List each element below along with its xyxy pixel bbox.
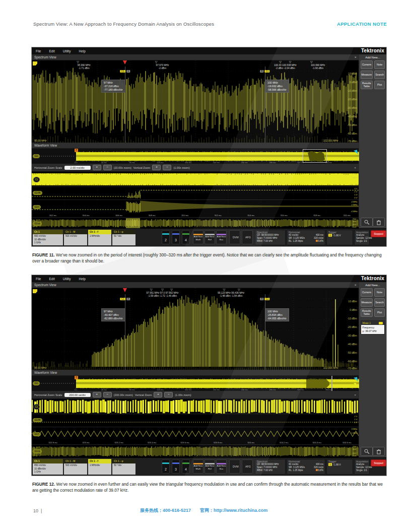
c1-phase-trace[interactable]: C1 φ 200 ° 100 ° -100 ° -200 ° [32, 445, 359, 458]
acquisition-settings-panel[interactable]: Acquisition Analyze Sample: 12 bits Sing… [354, 459, 370, 475]
vzoom-minus-button[interactable]: − [163, 165, 171, 170]
hzoom-plus-button[interactable]: + [93, 392, 101, 397]
channel-1f-badge[interactable]: Ch 1 - f 1 MHz/div [88, 230, 111, 245]
scale-label: 4 MHz [351, 201, 357, 203]
add-new-math-button[interactable]: Add New Math [193, 230, 203, 244]
menu-file[interactable]: File [36, 49, 41, 53]
vzoom-label: Vertical Zoom [133, 166, 151, 169]
channel-1-badge[interactable]: Ch 1 650 mV/div10 dBm/div1 GHz [33, 230, 63, 245]
channel-1phi-badge[interactable]: Ch 1 - φ 50 °/div [112, 230, 135, 245]
vzoom-minus-button[interactable]: − [164, 392, 173, 397]
zoomed-c1-trace[interactable]: C1 650 mV [32, 399, 359, 414]
time-tick: 40 ms [101, 388, 107, 391]
waveform-overview[interactable]: T C1 0 s 40 ms 80 ms 120 ms 160 ms 200 m… [32, 149, 359, 164]
hzoom-minus-button[interactable]: − [103, 165, 112, 170]
dvm-button[interactable]: DVM [229, 459, 240, 474]
menu-utility[interactable]: Utility [63, 277, 71, 281]
zoom-tool-button[interactable] [361, 447, 373, 456]
horizontal-settings-panel[interactable]: Horizontal 40 ms/div400 ms SR: 3.125 MS/… [287, 230, 325, 245]
cursor-a-line[interactable] [125, 294, 125, 370]
add-new-ref-button[interactable]: Add New Ref [204, 230, 215, 244]
vzoom-plus-button[interactable]: + [154, 392, 162, 397]
zoom-tool-button[interactable] [361, 218, 373, 227]
channel-1phi-badge[interactable]: Ch 1 - φ 50 °/div [112, 459, 135, 475]
peak-marker-label: 100.990 MHz-1.93 dBm [311, 64, 325, 70]
trigger-settings-panel[interactable]: Trigger 1/ 1.66 V [326, 230, 353, 245]
plot-button[interactable]: Plot [374, 81, 385, 89]
cursor-b-line[interactable] [265, 294, 265, 370]
afg-button[interactable]: AFG [242, 230, 253, 244]
spectrum-settings-panel[interactable]: Spectrum CF: 98.5000000 MHz Span: 7.0000… [255, 459, 286, 475]
menu-help[interactable]: Help [79, 49, 86, 53]
menu-utility[interactable]: Utility [63, 49, 71, 53]
results-table-button[interactable]: Results Table [361, 308, 373, 317]
horizontal-settings-panel[interactable]: Horizontal 40 ms/div400 ms SR: 3.125 MS/… [287, 459, 325, 475]
stopped-button[interactable]: Stopped [371, 230, 386, 237]
channel-2-button[interactable]: 2 [162, 459, 170, 474]
c1-magnitude-trace[interactable]: C1 M 3 V 2 V 1 V 0 V [32, 187, 359, 200]
stopped-button[interactable]: Stopped [371, 459, 386, 467]
channel-2-button[interactable]: 2 [162, 230, 170, 244]
website-link[interactable]: 官网：http://www.rituchina.com [200, 508, 267, 513]
spectrum-plot[interactable]: ▽ ▽ ▽ ▽ ▽ 95.990 MHz-1.71 dBm 97.670 MHz… [32, 60, 359, 143]
measure-button[interactable]: Measure [361, 298, 373, 307]
plot-button[interactable]: Plot [374, 308, 385, 317]
afg-button[interactable]: AFG [242, 459, 253, 474]
hzoom-plus-button[interactable]: + [93, 165, 101, 170]
channel-3-button[interactable]: 3 [172, 230, 180, 244]
cursor-b-line[interactable] [265, 66, 265, 143]
hzoom-scale-value[interactable]: 2.00 ms/div [64, 166, 91, 170]
scope-menu-bar: File Edit Utility Help Tektronix [32, 47, 386, 54]
search-button[interactable]: Search [374, 298, 385, 307]
close-icon[interactable]: × [355, 54, 357, 60]
search-button[interactable]: Search [374, 71, 385, 79]
hzoom-scale-value[interactable]: 200.00 us/div [64, 393, 91, 397]
measure-button[interactable]: Measure [361, 71, 373, 79]
channel-3-button[interactable]: 3 [172, 459, 180, 474]
time-label: 324.6 ms [342, 441, 352, 444]
channel-1f-badge[interactable]: Ch 1 - f 1 MHz/div [88, 459, 111, 475]
add-new-bus-button[interactable]: Add New Bus [216, 230, 227, 244]
channel-1m-badge[interactable]: Ch 1 - M 500 mV/div [64, 459, 87, 475]
waveform-overview[interactable]: T C1 0 s 40 ms 80 ms 120 ms 160 ms 200 m… [32, 376, 359, 391]
add-new-bus-button[interactable]: Add New Bus [216, 459, 227, 474]
c1-magnitude-trace[interactable]: C1 M 2 V 1 V 0 V [32, 414, 359, 427]
menu-edit[interactable]: Edit [49, 277, 54, 281]
note-button[interactable]: Note [374, 288, 385, 297]
spectrum-plot[interactable]: ▽ ▽ ▽ ▽ ▽ 97.561 MHz 97.0 97.992 MHz-1.5… [32, 288, 359, 370]
spectrum-settings-panel[interactable]: Spectrum CF: 98.5000000 MHz Span: 7.0000… [255, 230, 286, 245]
close-icon[interactable]: × [355, 282, 357, 288]
close-zoom-icon[interactable]: × [354, 393, 356, 396]
cursors-button[interactable]: Cursors [361, 288, 373, 297]
c1-frequency-trace[interactable]: C1 f 3 MHz 1 MHz 322.8 ms 323 ms 323.2 m… [32, 427, 359, 445]
channel-4-button[interactable]: 4 [182, 230, 190, 244]
menu-edit[interactable]: Edit [49, 49, 54, 53]
results-table-button[interactable]: Results Table [361, 81, 373, 89]
cursor-a-line[interactable] [125, 66, 125, 143]
add-new-ref-button[interactable]: Add New Ref [204, 459, 215, 474]
c1-frequency-trace[interactable]: C1 f 4 MHz 2 MHz -4 MHz 302 ms 304 ms 30… [32, 200, 359, 218]
menu-help[interactable]: Help [79, 277, 86, 281]
channel-1-badge[interactable]: Ch 1 650 mV/div10 dBm/div1 GHz [33, 459, 63, 475]
dvm-button[interactable]: DVM [229, 230, 240, 244]
trigger-settings-panel[interactable]: Trigger 1/ 1.66 V [326, 459, 353, 475]
channel-4-button[interactable]: 4 [182, 459, 190, 474]
time-tick: 360 ms [325, 161, 332, 164]
note-button[interactable]: Note [374, 60, 385, 69]
vzoom-plus-button[interactable]: + [152, 165, 161, 170]
add-new-menu[interactable]: Add New... [359, 55, 386, 60]
add-new-menu[interactable]: Add New... [359, 283, 386, 288]
acquisition-settings-panel[interactable]: Acquisition Analyze Sample: 12 bits Sing… [354, 230, 370, 245]
delete-tool-button[interactable] [373, 218, 385, 227]
add-new-math-button[interactable]: Add New Math [193, 459, 203, 474]
channel-1m-badge[interactable]: Ch 1 - M 500 mV/div [64, 230, 87, 245]
cursors-button[interactable]: Cursors [361, 60, 373, 69]
measurement-badge-meas1[interactable]: Meas 1 Frequencyμ: 39.07 kHz [361, 320, 385, 335]
hzoom-minus-button[interactable]: − [103, 392, 112, 397]
delete-tool-button[interactable] [373, 447, 385, 456]
menu-file[interactable]: File [36, 277, 41, 281]
c1-phase-trace[interactable]: C1 φ 200 ° 100 ° -100 ° -200 ° [32, 218, 359, 229]
zoomed-c1-trace[interactable]: C1 3.25 V 1.95 V 650 mV [32, 172, 359, 187]
close-zoom-icon[interactable]: × [354, 166, 356, 169]
zoom-selection-box[interactable] [303, 149, 326, 163]
